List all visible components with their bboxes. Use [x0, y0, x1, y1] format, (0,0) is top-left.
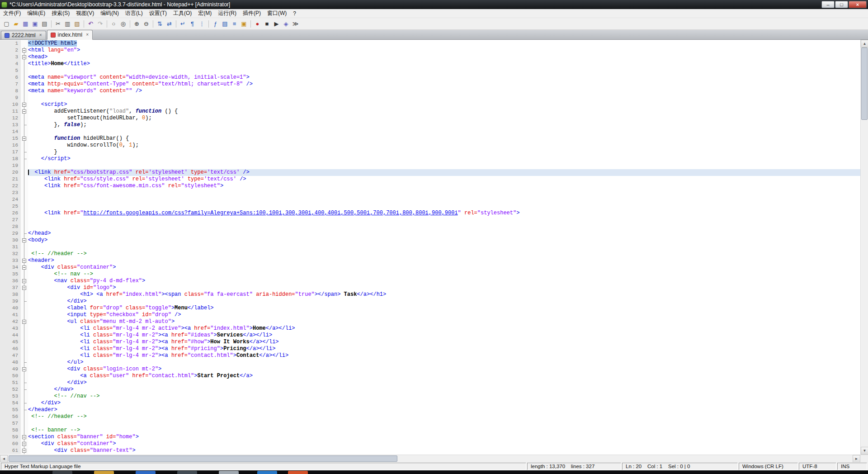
menu-language[interactable]: 语言(L) [122, 9, 146, 18]
bookmark-margin[interactable] [0, 135, 5, 142]
code-text[interactable]: <meta http-equiv="Content-Type" content=… [28, 81, 860, 88]
code-line-2[interactable]: 2<html lang="en"> [0, 47, 860, 54]
code-line-49[interactable]: 49 <div class="login-icon mt-2"> [0, 366, 860, 373]
code-line-28[interactable]: 28 [0, 223, 860, 230]
bookmark-margin[interactable] [0, 203, 5, 210]
code-line-46[interactable]: 46 <li class="mr-lg-4 mr-2"><a href="#pr… [0, 346, 860, 352]
bookmark-margin[interactable] [0, 176, 5, 183]
fold-collapse-icon[interactable] [21, 257, 28, 264]
menu-edit[interactable]: 编辑(E) [24, 9, 48, 18]
fold-minus-box[interactable] [22, 109, 26, 114]
code-line-6[interactable]: 6<meta name="viewport" content="width=de… [0, 74, 860, 81]
code-line-29[interactable]: 29</head> [0, 230, 860, 237]
fold-minus-box[interactable] [22, 48, 26, 52]
fold-collapse-icon[interactable] [21, 318, 28, 325]
fold-minus-box[interactable] [22, 442, 26, 446]
code-text[interactable]: setTimeout(hideURLbar, 0); [28, 115, 860, 122]
bookmark-margin[interactable] [0, 183, 5, 190]
bookmark-margin[interactable] [0, 325, 5, 332]
code-line-17[interactable]: 17 } [0, 149, 860, 156]
fold-minus-box[interactable] [22, 286, 26, 290]
code-text[interactable]: <!DOCTYPE html> [28, 40, 860, 47]
vertical-scroll-thumb[interactable] [861, 47, 868, 120]
code-line-59[interactable]: 59<section class="banner" id="home"> [0, 434, 860, 441]
bookmark-margin[interactable] [0, 115, 5, 122]
menu-view[interactable]: 视图(V) [73, 9, 97, 18]
code-text[interactable] [28, 223, 860, 230]
menu-encoding[interactable]: 编码(N) [97, 9, 122, 18]
code-line-25[interactable]: 25 [0, 203, 860, 210]
scroll-down-icon[interactable]: ▼ [861, 447, 868, 455]
code-line-11[interactable]: 11 addEventListener("load", function () … [0, 108, 860, 115]
taskbar-app-2[interactable] [94, 471, 114, 474]
bookmark-margin[interactable] [0, 47, 5, 54]
bookmark-margin[interactable] [0, 230, 5, 237]
menu-help[interactable]: ? [290, 9, 299, 18]
menu-search[interactable]: 搜索(S) [48, 9, 73, 18]
bookmark-margin[interactable] [0, 339, 5, 346]
code-text[interactable]: <header> [28, 257, 860, 264]
code-line-52[interactable]: 52 </nav> [0, 386, 860, 393]
bookmark-margin[interactable] [0, 278, 5, 284]
macro-play-icon[interactable]: ▶ [272, 19, 281, 28]
code-text[interactable]: <!-- //header --> [28, 413, 860, 420]
horizontal-scroll-thumb[interactable] [9, 455, 397, 462]
bookmark-margin[interactable] [0, 67, 5, 74]
paste-icon[interactable]: ▧ [73, 19, 81, 28]
code-text[interactable]: <input type="checkbox" id="drop" /> [28, 312, 860, 318]
folder-as-workspace-icon[interactable]: ▣ [240, 19, 248, 28]
save-all-icon[interactable]: ▣ [31, 19, 39, 28]
code-line-37[interactable]: 37 <div id="logo"> [0, 284, 860, 291]
fold-collapse-icon[interactable] [21, 434, 28, 441]
code-line-32[interactable]: 32 <!-- //header --> [0, 251, 860, 257]
code-line-61[interactable]: 61 <div class="banner-text"> [0, 447, 860, 454]
code-line-14[interactable]: 14 [0, 128, 860, 135]
vertical-scroll-track[interactable] [861, 47, 868, 447]
fold-minus-box[interactable] [22, 279, 26, 283]
menu-run[interactable]: 运行(R) [215, 9, 240, 18]
fold-minus-box[interactable] [22, 367, 26, 371]
bookmark-margin[interactable] [0, 413, 5, 420]
word-wrap-icon[interactable]: ↵ [179, 19, 187, 28]
bookmark-margin[interactable] [0, 441, 5, 447]
code-line-43[interactable]: 43 <li class="mr-lg-4 mr-2 active"><a hr… [0, 325, 860, 332]
cut-icon[interactable]: ✂ [54, 19, 62, 28]
code-text[interactable]: window.scrollTo(0, 1); [28, 142, 860, 149]
code-line-23[interactable]: 23 [0, 190, 860, 196]
zoom-in-icon[interactable]: ⊕ [132, 19, 141, 28]
bookmark-margin[interactable] [0, 169, 5, 176]
bookmark-margin[interactable] [0, 223, 5, 230]
undo-icon[interactable]: ↶ [86, 19, 95, 28]
code-line-3[interactable]: 3<head> [0, 54, 860, 61]
code-line-1[interactable]: 1<!DOCTYPE html> [0, 40, 860, 47]
code-text[interactable]: } [28, 149, 860, 156]
code-text[interactable] [28, 67, 860, 74]
code-text[interactable]: <div class="login-icon mt-2"> [28, 366, 860, 373]
code-view[interactable]: 1<!DOCTYPE html>2<html lang="en">3<head>… [0, 40, 860, 455]
code-line-22[interactable]: 22 <link href="css/font-awesome.min.css"… [0, 183, 860, 190]
macro-save-icon[interactable]: ◈ [282, 19, 290, 28]
fold-minus-box[interactable] [22, 55, 26, 59]
vertical-scrollbar[interactable]: ▲ ▼ [860, 40, 868, 455]
code-line-5[interactable]: 5 [0, 67, 860, 74]
bookmark-margin[interactable] [0, 332, 5, 339]
code-line-8[interactable]: 8<meta name="keywords" content="" /> [0, 88, 860, 95]
code-line-47[interactable]: 47 <li class="mr-lg-4 mr-2"><a href="con… [0, 352, 860, 359]
redo-icon[interactable]: ↷ [96, 19, 104, 28]
fold-minus-box[interactable] [22, 449, 26, 453]
fold-collapse-icon[interactable] [21, 278, 28, 284]
tab-close-icon[interactable]: × [39, 33, 42, 38]
menu-tools[interactable]: 工具(O) [170, 9, 195, 18]
fold-collapse-icon[interactable] [21, 101, 28, 108]
taskbar-app-4[interactable] [177, 471, 197, 474]
bookmark-margin[interactable] [0, 434, 5, 441]
code-text[interactable]: <!-- //nav --> [28, 393, 860, 400]
bookmark-margin[interactable] [0, 40, 5, 47]
notepad-plus-plus-icon[interactable] [1, 2, 7, 8]
taskbar-app-3[interactable] [136, 471, 156, 474]
code-text[interactable] [28, 95, 860, 101]
copy-icon[interactable]: ▥ [63, 19, 72, 28]
code-text[interactable] [28, 196, 860, 203]
bookmark-margin[interactable] [0, 264, 5, 271]
fold-collapse-icon[interactable] [21, 366, 28, 373]
